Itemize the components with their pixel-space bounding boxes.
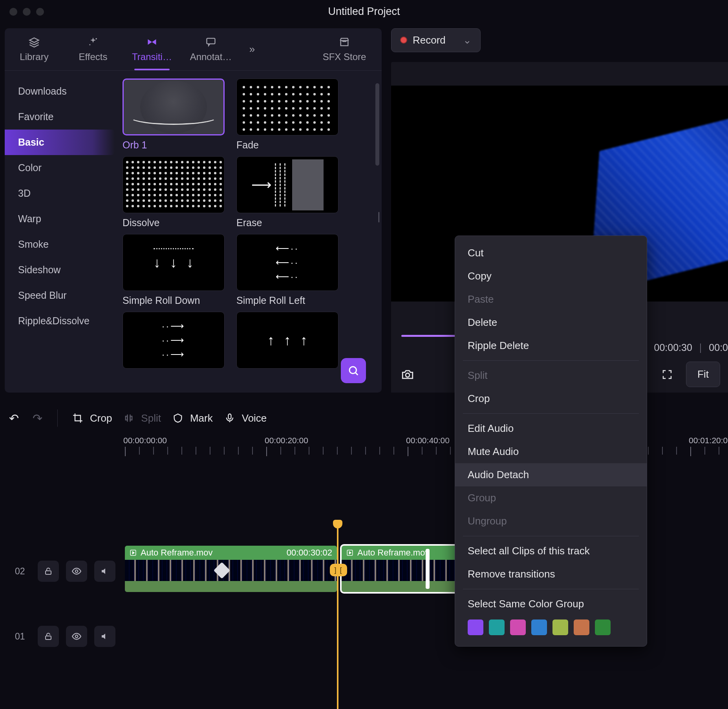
lock-open-icon — [44, 632, 53, 641]
context-menu-separator — [463, 536, 639, 536]
speech-icon — [205, 37, 216, 48]
category-sideshow[interactable]: Sideshow — [5, 257, 115, 283]
tab-label: Library — [20, 51, 48, 62]
library-scrollbar[interactable] — [375, 83, 379, 166]
svg-rect-7 — [228, 414, 231, 419]
svg-point-0 — [95, 38, 97, 40]
crop-button[interactable]: Crop — [71, 411, 112, 425]
context-menu-item-cut[interactable]: Cut — [455, 241, 647, 265]
search-button[interactable] — [341, 358, 366, 383]
color-swatch[interactable] — [595, 619, 611, 635]
eye-icon — [71, 631, 82, 641]
close-window-icon[interactable] — [9, 8, 17, 16]
context-menu-item-paste: Paste — [455, 288, 647, 311]
library-tabs: Library Effects Transiti… Annotat… — [5, 28, 382, 71]
context-menu-item-delete[interactable]: Delete — [455, 311, 647, 334]
transition-orb-1[interactable]: Orb 1 — [123, 79, 225, 151]
category-color[interactable]: Color — [5, 155, 115, 181]
clip-name: Auto Reframe.mov — [357, 548, 429, 558]
window-controls[interactable] — [0, 8, 44, 16]
context-menu-item-edit-audio[interactable]: Edit Audio — [455, 417, 647, 440]
color-swatch[interactable] — [489, 619, 505, 635]
context-menu-item-select-same-color-group[interactable]: Select Same Color Group — [455, 592, 647, 616]
store-icon — [339, 37, 350, 48]
zoom-fit-button[interactable]: Fit — [686, 362, 720, 387]
playhead[interactable] — [337, 526, 338, 709]
category-smoke[interactable]: Smoke — [5, 232, 115, 257]
category-3d[interactable]: 3D — [5, 181, 115, 206]
preview-progress[interactable] — [401, 335, 460, 337]
mark-label: Mark — [190, 412, 213, 424]
track-mute-button[interactable] — [94, 561, 115, 582]
layers-icon — [29, 37, 40, 48]
context-menu-item-mute-audio[interactable]: Mute Audio — [455, 440, 647, 463]
undo-button[interactable]: ↶ — [7, 411, 20, 425]
color-swatch[interactable] — [552, 619, 568, 635]
category-downloads[interactable]: Downloads — [5, 79, 115, 104]
minimize-window-icon[interactable] — [23, 8, 31, 16]
category-favorite[interactable]: Favorite — [5, 104, 115, 130]
svg-rect-6 — [130, 416, 132, 420]
voice-button[interactable]: Voice — [223, 411, 267, 425]
transition-simple-roll-down[interactable]: ↓↓↓Simple Roll Down — [123, 234, 225, 306]
transition-label: Simple Roll Down — [123, 295, 225, 306]
category-speed-blur[interactable]: Speed Blur — [5, 283, 115, 308]
tab-transitions[interactable]: Transiti… — [123, 28, 181, 70]
clip-trim-handle[interactable] — [426, 549, 430, 589]
color-swatch[interactable] — [468, 619, 483, 635]
ruler-label: 00:00:00:00 — [123, 436, 167, 445]
crop-icon — [71, 411, 84, 425]
track-visibility-button[interactable] — [66, 561, 87, 582]
snapshot-button[interactable] — [399, 366, 416, 383]
playhead-trim-handle[interactable]: ] [ — [330, 564, 347, 576]
svg-point-9 — [75, 570, 78, 573]
context-menu-item-crop[interactable]: Crop — [455, 387, 647, 410]
svg-point-3 — [349, 367, 357, 374]
split-icon — [122, 411, 135, 425]
timeline-clip[interactable]: Auto Reframe.mov00:00:30:02 — [125, 546, 337, 592]
maximize-window-icon[interactable] — [36, 8, 44, 16]
tab-effects[interactable]: Effects — [64, 28, 123, 70]
transition-dissolve[interactable]: Dissolve — [123, 156, 225, 228]
context-menu-item-group: Group — [455, 486, 647, 510]
split-button[interactable]: Split — [122, 411, 161, 425]
context-menu-item-remove-transitions[interactable]: Remove transitions — [455, 563, 647, 586]
track-lock-button[interactable] — [38, 626, 59, 647]
track-visibility-button[interactable] — [66, 626, 87, 647]
transition-erase[interactable]: ⟶Erase — [236, 156, 338, 228]
context-menu-item-select-all-clips-of-this-track[interactable]: Select all Clips of this track — [455, 539, 647, 563]
transition-simple-roll-left[interactable]: ⟵··⟵··⟵··Simple Roll Left — [236, 234, 338, 306]
context-menu-item-copy[interactable]: Copy — [455, 265, 647, 288]
category-ripple-dissolve[interactable]: Ripple&Dissolve — [5, 308, 115, 334]
context-menu-item-audio-detach[interactable]: Audio Detach — [455, 463, 647, 486]
mark-button[interactable]: Mark — [171, 411, 213, 425]
ruler-label: 00:01:20:0 — [689, 436, 728, 445]
transition-arrows-right-dash[interactable]: ··⟶··⟶··⟶ — [123, 312, 225, 373]
transition-fade[interactable]: Fade — [236, 79, 338, 151]
tab-sfx-store[interactable]: SFX Store — [311, 28, 378, 70]
transition-label: Erase — [236, 217, 338, 228]
track-lock-button[interactable] — [38, 561, 59, 582]
tabs-overflow[interactable]: » — [240, 28, 264, 70]
svg-rect-5 — [126, 416, 128, 420]
tab-label: Effects — [79, 51, 108, 62]
color-swatch[interactable] — [531, 619, 547, 635]
panel-resize-handle-icon[interactable]: ❘❘ — [375, 210, 382, 223]
tab-label: Annotat… — [190, 51, 232, 62]
category-basic[interactable]: Basic — [5, 130, 115, 155]
transition-arrows-up[interactable]: ↑↑↑ — [236, 312, 338, 373]
color-swatch[interactable] — [574, 619, 589, 635]
fullscreen-button[interactable] — [658, 366, 676, 383]
category-warp[interactable]: Warp — [5, 206, 115, 232]
context-menu-separator — [463, 360, 639, 361]
record-button[interactable]: Record ⌄ — [391, 28, 481, 52]
context-menu-item-ripple-delete[interactable]: Ripple Delete — [455, 334, 647, 357]
track-mute-button[interactable] — [94, 626, 115, 647]
fullscreen-icon — [661, 369, 673, 380]
undo-icon: ↶ — [7, 411, 20, 425]
tab-annotations[interactable]: Annotat… — [181, 28, 240, 70]
color-swatch[interactable] — [510, 619, 526, 635]
redo-button[interactable]: ↷ — [31, 411, 44, 425]
eye-icon — [71, 566, 82, 576]
tab-library[interactable]: Library — [5, 28, 64, 70]
